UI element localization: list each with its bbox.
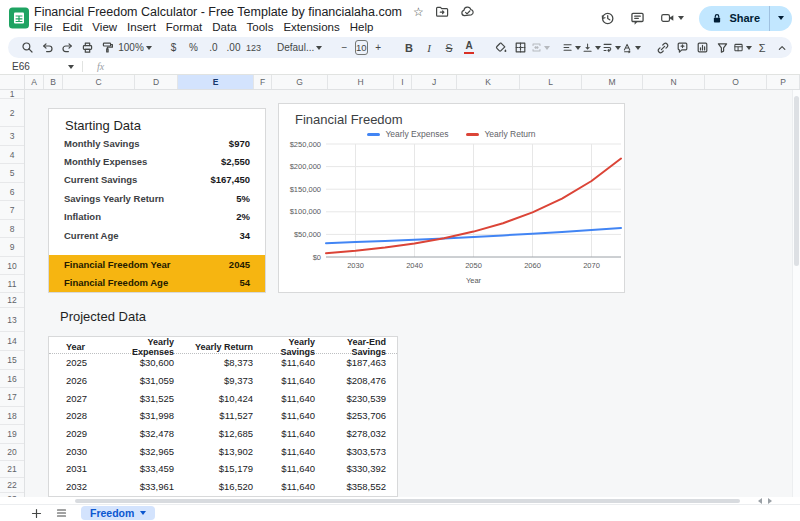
cell[interactable]: 2030	[66, 446, 109, 457]
row-header-15[interactable]: 15	[0, 351, 24, 370]
row-header-12[interactable]: 12	[0, 293, 24, 308]
cell[interactable]: $11,640	[253, 463, 315, 474]
cell[interactable]: $8,373	[174, 357, 253, 368]
row-header-6[interactable]: 6	[0, 183, 24, 201]
undo-icon[interactable]	[38, 38, 57, 57]
formula-input[interactable]	[104, 59, 800, 74]
print-icon[interactable]	[78, 38, 97, 57]
format-currency-button[interactable]: $	[164, 38, 183, 57]
select-all-corner[interactable]	[0, 75, 25, 90]
zoom-select[interactable]: 100%	[118, 38, 152, 57]
merge-cells-icon[interactable]	[531, 38, 550, 57]
increase-decimals-button[interactable]: .00	[224, 38, 243, 57]
starting-data-block[interactable]: Starting Data Monthly Savings$970Monthly…	[48, 108, 266, 293]
cell[interactable]: $9,373	[174, 375, 253, 386]
row-header-13[interactable]: 13	[0, 308, 24, 332]
column-header-K[interactable]: K	[457, 75, 520, 89]
horizontal-align-icon[interactable]	[562, 38, 581, 57]
cell[interactable]: $253,706	[315, 410, 386, 421]
table-row[interactable]: 2031$33,459$15,179$11,640$330,392	[49, 460, 397, 478]
text-wrap-icon[interactable]	[602, 38, 621, 57]
cell[interactable]: $31,525	[109, 393, 174, 404]
table-row[interactable]: 2025$30,600$8,373$11,640$187,463	[49, 354, 397, 372]
column-header-O[interactable]: O	[705, 75, 767, 89]
cell[interactable]: $30,600	[109, 357, 174, 368]
starting-data-row[interactable]: Financial Freedom Age54	[49, 274, 265, 293]
cell[interactable]: 2031	[66, 463, 109, 474]
version-history-icon[interactable]	[600, 11, 615, 26]
table-row[interactable]: 2028$31,998$11,527$11,640$253,706	[49, 407, 397, 425]
spreadsheet-grid[interactable]: Starting Data Monthly Savings$970Monthly…	[25, 90, 800, 497]
sheet-tab-dropdown-caret[interactable]	[140, 511, 146, 515]
cell[interactable]: $15,179	[174, 463, 253, 474]
column-header-H[interactable]: H	[328, 75, 394, 89]
row-header-17[interactable]: 17	[0, 388, 24, 407]
cell[interactable]: $10,424	[174, 393, 253, 404]
cell[interactable]: $187,463	[315, 357, 386, 368]
increase-font-size-button[interactable]: +	[369, 38, 388, 57]
vertical-align-icon[interactable]	[582, 38, 601, 57]
cell[interactable]: $11,527	[174, 410, 253, 421]
cell[interactable]: $11,640	[253, 481, 315, 492]
text-rotation-icon[interactable]	[622, 38, 641, 57]
cell[interactable]: $11,640	[253, 393, 315, 404]
row-header-14[interactable]: 14	[0, 332, 24, 351]
starting-data-row[interactable]: Savings Yearly Return5%	[49, 189, 265, 207]
starting-data-row[interactable]: Current Age34	[49, 226, 265, 244]
bold-button[interactable]: B	[400, 38, 419, 57]
cell[interactable]: $31,998	[109, 410, 174, 421]
cell[interactable]: $11,640	[253, 428, 315, 439]
vertical-scrollbar-thumb[interactable]	[794, 96, 799, 266]
add-sheet-icon[interactable]	[31, 508, 42, 519]
table-views-icon[interactable]	[733, 38, 752, 57]
starting-data-row[interactable]: Monthly Savings$970	[49, 134, 265, 152]
menu-help[interactable]: Help	[345, 20, 379, 34]
font-select[interactable]: Defaul...	[275, 38, 323, 57]
row-header-1[interactable]: 1	[0, 90, 24, 99]
table-row[interactable]: 2026$31,059$9,373$11,640$208,476	[49, 372, 397, 390]
cell[interactable]: $33,961	[109, 481, 174, 492]
table-row[interactable]: 2027$31,525$10,424$11,640$230,539	[49, 389, 397, 407]
cell[interactable]: $208,476	[315, 375, 386, 386]
cell[interactable]: 2027	[66, 393, 109, 404]
cell[interactable]: $13,902	[174, 446, 253, 457]
row-header-18[interactable]: 18	[0, 407, 24, 425]
move-folder-icon[interactable]	[435, 5, 449, 18]
table-row[interactable]: 2030$32,965$13,902$11,640$303,573	[49, 442, 397, 460]
column-header-I[interactable]: I	[394, 75, 412, 89]
cell[interactable]: 2028	[66, 410, 109, 421]
sheet-tab-freedom[interactable]: Freedom	[81, 506, 155, 520]
row-header-4[interactable]: 4	[0, 146, 24, 164]
cell[interactable]: $230,539	[315, 393, 386, 404]
financial-freedom-chart[interactable]: Financial Freedom Yearly ExpensesYearly …	[278, 103, 625, 293]
menu-tools[interactable]: Tools	[242, 20, 279, 34]
cell[interactable]: $11,640	[253, 410, 315, 421]
camera-dropdown-caret[interactable]	[678, 16, 684, 20]
insert-chart-icon[interactable]	[693, 38, 712, 57]
row-header-8[interactable]: 8	[0, 220, 24, 238]
financial-freedom-highlight[interactable]: Financial Freedom Year2045Financial Free…	[49, 255, 265, 292]
redo-icon[interactable]	[58, 38, 77, 57]
cloud-status-icon[interactable]	[460, 5, 475, 18]
starting-data-row[interactable]: Financial Freedom Year2045	[49, 255, 265, 274]
cell[interactable]: $16,520	[174, 481, 253, 492]
menu-format[interactable]: Format	[161, 20, 207, 34]
cell[interactable]: $330,392	[315, 463, 386, 474]
format-percent-button[interactable]: %	[184, 38, 203, 57]
starting-data-row[interactable]: Inflation2%	[49, 208, 265, 226]
insert-link-icon[interactable]	[653, 38, 672, 57]
borders-icon[interactable]	[511, 38, 530, 57]
scroll-right-icon[interactable]	[768, 498, 772, 504]
create-filter-icon[interactable]	[713, 38, 732, 57]
column-header-L[interactable]: L	[520, 75, 582, 89]
row-header-5[interactable]: 5	[0, 164, 24, 183]
cell[interactable]: $278,032	[315, 428, 386, 439]
column-header-N[interactable]: N	[643, 75, 705, 89]
cell[interactable]: $12,685	[174, 428, 253, 439]
starting-data-row[interactable]: Current Savings$167,450	[49, 171, 265, 189]
column-header-M[interactable]: M	[582, 75, 643, 89]
meet-camera-button[interactable]	[660, 11, 684, 25]
cell[interactable]: $33,459	[109, 463, 174, 474]
table-row[interactable]: 2032$33,961$16,520$11,640$358,552	[49, 478, 397, 496]
menu-view[interactable]: View	[87, 20, 122, 34]
